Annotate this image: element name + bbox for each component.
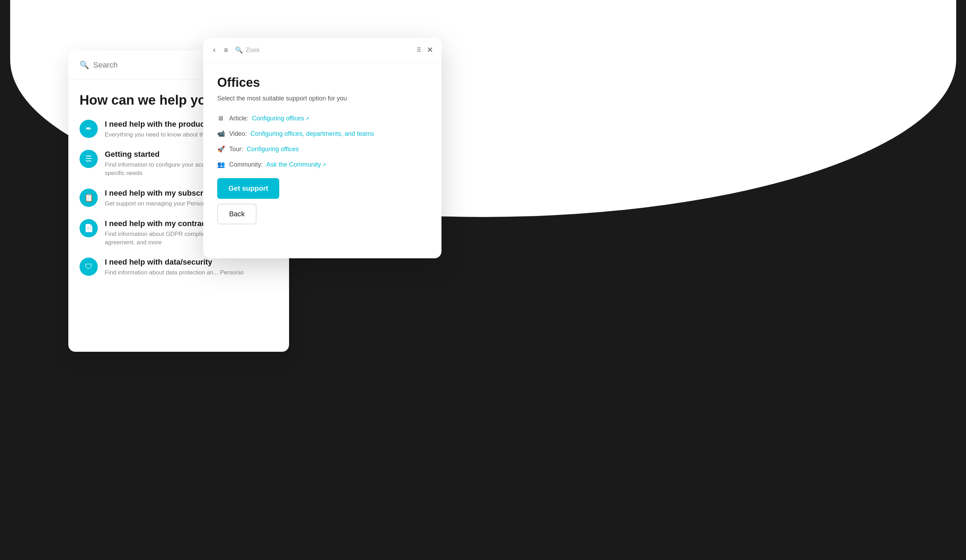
community-icon: 👥 xyxy=(217,160,226,169)
help-icon-contract: 📄 xyxy=(79,219,98,237)
search-icon: 🔍 xyxy=(79,61,89,70)
help-item-text-security: I need help with data/security Find info… xyxy=(105,258,243,277)
help-icon-security: 🛡 xyxy=(79,258,98,276)
article-icon: 🖥 xyxy=(217,115,226,122)
tour-icon: 🚀 xyxy=(217,145,226,153)
help-item-security[interactable]: 🛡 I need help with data/security Find in… xyxy=(79,258,278,277)
back-icon: ‹ xyxy=(213,46,215,55)
help-icon-subscription: 📋 xyxy=(79,189,98,207)
back-button-main[interactable]: Back xyxy=(217,204,256,224)
dots-icon: ⠿ xyxy=(417,46,421,54)
header-search: 🔍 Zoek xyxy=(235,46,411,54)
info-row-tour: 🚀 Tour: Configuring offices xyxy=(217,145,427,153)
help-icon-product: ✒ xyxy=(79,120,98,138)
panel-subtitle: Select the most suitable support option … xyxy=(217,95,427,102)
help-item-title-security: I need help with data/security xyxy=(105,258,243,267)
community-link[interactable]: Ask the Community↗ xyxy=(266,161,326,169)
info-row-article: 🖥 Article: Configuring offices↗ xyxy=(217,115,427,122)
right-panel: ‹ ≡ 🔍 Zoek ⠿ ✕ Offices Select the most s… xyxy=(203,38,442,258)
header-actions: ⠿ ✕ xyxy=(417,46,433,55)
article-label: Article: xyxy=(229,115,248,122)
right-panel-header: ‹ ≡ 🔍 Zoek ⠿ ✕ xyxy=(203,38,442,63)
scene: 🔍 How can we help you? ✒ I need help wit… xyxy=(0,0,966,560)
video-icon: 📹 xyxy=(217,130,226,138)
close-icon[interactable]: ✕ xyxy=(427,46,433,55)
panel-title: Offices xyxy=(217,75,427,90)
video-label: Video: xyxy=(229,130,247,138)
community-label: Community: xyxy=(229,161,263,169)
external-link-icon: ↗ xyxy=(322,162,326,168)
article-link[interactable]: Configuring offices↗ xyxy=(252,115,309,122)
info-row-community: 👥 Community: Ask the Community↗ xyxy=(217,160,427,169)
right-panel-body: Offices Select the most suitable support… xyxy=(203,63,442,237)
help-item-desc-security: Find information about data protection a… xyxy=(105,269,243,277)
video-link[interactable]: Configuring offices, departments, and te… xyxy=(251,130,374,138)
header-search-placeholder: Zoek xyxy=(246,47,260,54)
header-search-icon: 🔍 xyxy=(235,46,243,54)
info-row-video: 📹 Video: Configuring offices, department… xyxy=(217,130,427,138)
help-icon-getting-started: ☰ xyxy=(79,150,98,168)
tour-link[interactable]: Configuring offices xyxy=(246,146,299,153)
menu-button[interactable]: ≡ xyxy=(222,45,230,56)
back-button[interactable]: ‹ xyxy=(212,44,217,56)
info-rows-list: 🖥 Article: Configuring offices↗ 📹 Video:… xyxy=(217,115,427,169)
external-link-icon: ↗ xyxy=(305,116,309,121)
tour-label: Tour: xyxy=(229,146,243,153)
get-support-button[interactable]: Get support xyxy=(217,178,279,199)
menu-icon: ≡ xyxy=(224,46,228,54)
search-input[interactable] xyxy=(93,61,189,70)
